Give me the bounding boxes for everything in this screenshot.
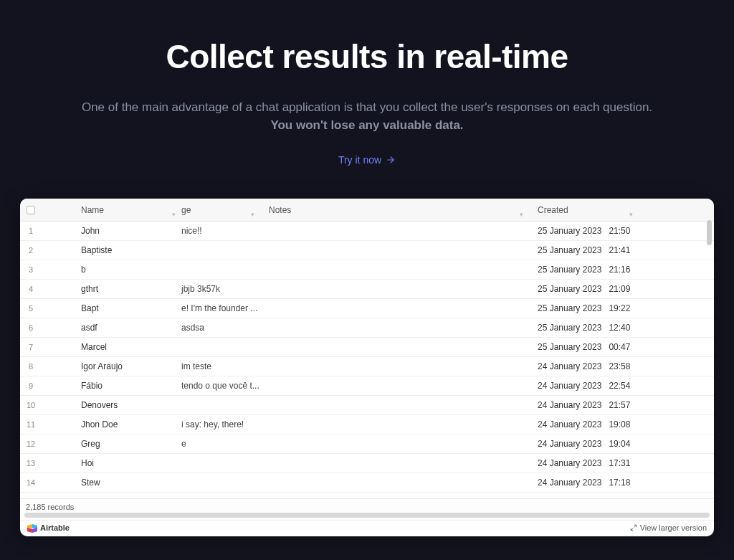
page-subtitle: One of the main advantage of a chat appl… xyxy=(0,98,734,117)
table-row[interactable]: 3b25 January 202321:16 xyxy=(20,260,714,280)
column-header-age[interactable]: ge ▾ xyxy=(181,205,260,215)
airtable-logo[interactable]: Airtable xyxy=(27,523,70,532)
column-header-name-label: Name xyxy=(81,205,104,215)
row-index: 14 xyxy=(20,478,42,487)
cell-name[interactable]: Igor Araujo xyxy=(42,361,181,371)
cell-age[interactable]: e xyxy=(181,439,260,449)
cell-name[interactable]: Denovers xyxy=(42,400,181,410)
cell-date: 25 January 2023 xyxy=(538,226,601,236)
table-row[interactable]: 1Johnnice!!25 January 202321:50 xyxy=(20,222,714,241)
column-header-created[interactable]: Created ▾ xyxy=(529,205,639,215)
cell-time: 23:58 xyxy=(609,361,630,371)
table-row[interactable]: 5Bapte! I'm the founder ...25 January 20… xyxy=(20,299,714,318)
cell-created[interactable]: 25 January 202319:22 xyxy=(529,303,639,313)
cell-date: 24 January 2023 xyxy=(538,478,601,488)
cell-created[interactable]: 25 January 202321:41 xyxy=(529,245,639,255)
cell-name[interactable]: Fábio xyxy=(42,381,181,391)
cell-age[interactable]: nice!! xyxy=(181,226,260,236)
table-row[interactable]: 9Fábiotendo o que você t...24 January 20… xyxy=(20,376,714,396)
vertical-scrollbar[interactable] xyxy=(707,220,712,245)
cell-time: 19:04 xyxy=(609,439,630,449)
cell-date: 24 January 2023 xyxy=(538,400,601,410)
chevron-down-icon: ▾ xyxy=(172,211,176,218)
cell-created[interactable]: 25 January 202321:16 xyxy=(529,265,639,275)
cell-created[interactable]: 25 January 202312:40 xyxy=(529,323,639,333)
horizontal-scrollbar-track[interactable] xyxy=(20,513,714,520)
cell-age[interactable]: i say: hey, there! xyxy=(181,419,260,430)
cell-time: 17:18 xyxy=(609,478,630,488)
cell-date: 25 January 2023 xyxy=(538,284,601,294)
airtable-brand-label: Airtable xyxy=(40,523,70,532)
cell-name[interactable]: Bapt xyxy=(42,303,181,313)
cell-created[interactable]: 24 January 202317:31 xyxy=(529,458,639,468)
table-row[interactable]: 13Hoi24 January 202317:31 xyxy=(20,454,714,473)
cell-date: 24 January 2023 xyxy=(538,419,601,430)
cell-time: 21:41 xyxy=(609,245,630,255)
row-index: 6 xyxy=(20,323,42,332)
cell-age[interactable]: asdsa xyxy=(181,323,260,333)
cell-name[interactable]: Jhon Doe xyxy=(42,419,181,430)
table-row[interactable]: 7Marcel25 January 202300:47 xyxy=(20,338,714,357)
column-header-created-label: Created xyxy=(538,205,568,215)
cell-name[interactable]: Stew xyxy=(42,478,181,488)
cell-time: 22:54 xyxy=(609,381,630,391)
column-header-notes[interactable]: Notes ▾ xyxy=(260,205,529,215)
cell-time: 21:09 xyxy=(609,284,630,294)
cell-created[interactable]: 24 January 202319:08 xyxy=(529,419,639,430)
table-row[interactable]: 12Grege24 January 202319:04 xyxy=(20,435,714,454)
table-row[interactable]: 11Jhon Doei say: hey, there!24 January 2… xyxy=(20,415,714,435)
cell-name[interactable]: Hoi xyxy=(42,458,181,468)
cell-time: 19:22 xyxy=(609,303,630,313)
table-row[interactable]: 2Baptiste25 January 202321:41 xyxy=(20,241,714,260)
cell-age[interactable]: im teste xyxy=(181,361,260,371)
try-it-now-link[interactable]: Try it now xyxy=(338,154,396,166)
cell-age[interactable]: e! I'm the founder ... xyxy=(181,303,260,313)
cell-created[interactable]: 24 January 202317:18 xyxy=(529,478,639,488)
cell-created[interactable]: 25 January 202321:09 xyxy=(529,284,639,294)
cell-name[interactable]: Baptiste xyxy=(42,245,181,255)
cell-created[interactable]: 24 January 202322:54 xyxy=(529,381,639,391)
table-header-row: Name ▾ ge ▾ Notes ▾ Created ▾ xyxy=(20,199,714,222)
cell-age[interactable]: jbjb 3k57k xyxy=(181,284,260,294)
cell-created[interactable]: 24 January 202321:57 xyxy=(529,400,639,410)
column-header-name[interactable]: Name ▾ xyxy=(42,205,181,215)
cell-date: 25 January 2023 xyxy=(538,323,601,333)
cell-name[interactable]: gthrt xyxy=(42,284,181,294)
cell-time: 17:31 xyxy=(609,458,630,468)
row-index: 10 xyxy=(20,401,42,409)
table-row[interactable]: 6asdfasdsa25 January 202312:40 xyxy=(20,318,714,338)
table-row[interactable]: 4gthrtjbjb 3k57k25 January 202321:09 xyxy=(20,280,714,299)
select-all-cell[interactable] xyxy=(20,206,42,214)
cell-age[interactable]: tendo o que você t... xyxy=(181,381,260,391)
cell-date: 24 January 2023 xyxy=(538,381,601,391)
chevron-down-icon: ▾ xyxy=(520,211,523,218)
try-it-now-label: Try it now xyxy=(338,154,381,166)
cell-created[interactable]: 24 January 202319:04 xyxy=(529,439,639,449)
select-all-checkbox[interactable] xyxy=(27,206,35,214)
row-index: 1 xyxy=(20,227,42,235)
cell-date: 24 January 2023 xyxy=(538,458,601,468)
table-row[interactable]: 10Denovers24 January 202321:57 xyxy=(20,396,714,415)
row-index: 9 xyxy=(20,381,42,390)
horizontal-scrollbar[interactable] xyxy=(24,513,710,518)
row-index: 5 xyxy=(20,304,42,313)
cell-name[interactable]: b xyxy=(42,265,181,275)
cell-created[interactable]: 24 January 202323:58 xyxy=(529,361,639,371)
cell-name[interactable]: Greg xyxy=(42,439,181,449)
cell-name[interactable]: Marcel xyxy=(42,342,181,352)
cell-name[interactable]: John xyxy=(42,226,181,236)
airtable-embed: Name ▾ ge ▾ Notes ▾ Created ▾ 1Johnnice!… xyxy=(20,199,714,536)
cell-created[interactable]: 25 January 202321:50 xyxy=(529,226,639,236)
cell-name[interactable]: asdf xyxy=(42,323,181,333)
cell-created[interactable]: 25 January 202300:47 xyxy=(529,342,639,352)
view-larger-link[interactable]: View larger version xyxy=(630,523,707,532)
table-row[interactable]: 14Stew24 January 202317:18 xyxy=(20,473,714,493)
cell-date: 24 January 2023 xyxy=(538,439,601,449)
chevron-down-icon: ▾ xyxy=(629,211,633,218)
column-header-notes-label: Notes xyxy=(269,205,291,215)
record-count: 2,185 records xyxy=(20,498,714,513)
table-row[interactable]: 8Igor Araujoim teste24 January 202323:58 xyxy=(20,357,714,376)
row-index: 12 xyxy=(20,440,42,448)
row-index: 3 xyxy=(20,265,42,274)
row-index: 11 xyxy=(20,420,42,429)
